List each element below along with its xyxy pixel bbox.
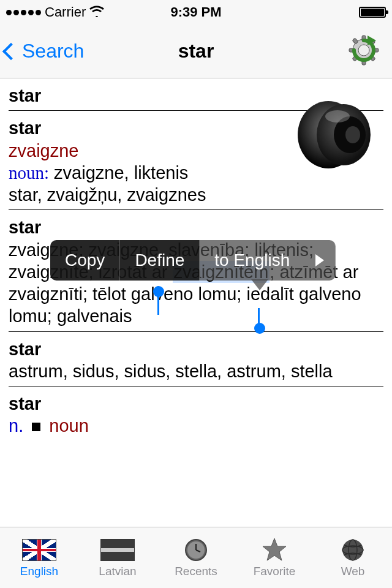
selection-handle-start[interactable] [153,286,164,297]
flag-en-icon [22,538,56,562]
chevron-left-icon [2,42,20,59]
context-to-english-button[interactable]: to English [200,240,304,281]
star-icon [257,538,292,562]
headword: star [9,338,383,360]
context-define-button[interactable]: Define [120,240,200,281]
speaker-button[interactable] [292,92,377,180]
svg-point-1 [358,45,369,56]
tab-label: Web [341,565,365,578]
tab-favorite[interactable]: Favorite [235,527,314,588]
tab-recents[interactable]: Recents [157,527,235,588]
triangle-right-icon [315,254,324,266]
tab-bar: English Latvian Recents Favorite Web [0,527,392,588]
pos-words: zvaigzne, liktenis [49,163,188,183]
selection-bar-start[interactable] [157,294,159,315]
gear-refresh-icon [345,32,382,69]
battery-icon [359,7,386,18]
tab-label: Favorite [254,565,296,578]
tab-latvian[interactable]: Latvian [78,527,157,588]
context-copy-button[interactable]: Copy [50,240,120,281]
tab-label: English [20,565,58,578]
svg-point-14 [345,126,360,143]
translation-line2: star, zvaigžņu, zvaigznes [9,184,383,206]
back-label: Search [22,40,84,62]
wifi-icon [89,4,104,21]
pos-label: noun: [9,163,49,183]
headword: star [9,216,383,238]
nav-bar: Search star [0,24,392,78]
pos-word: noun [49,416,89,435]
headword: star [9,393,383,415]
speaker-icon [292,92,377,178]
back-button[interactable]: Search [0,40,84,62]
carrier-label: Carrier [45,4,86,20]
tab-label: Recents [175,565,217,578]
context-menu: Copy Define to English [50,240,336,281]
svg-point-21 [342,540,363,560]
flag-lv-icon [100,538,135,562]
svg-marker-20 [263,538,286,560]
pos-abbrev: n. [9,416,23,435]
clock-label: 9:39 PM [170,4,221,20]
selection-handle-end[interactable] [254,323,265,334]
status-right [359,7,386,18]
square-icon [32,423,40,431]
entry-4: star astrum, sidus, sidus, stella, astru… [9,332,383,387]
tab-english[interactable]: English [0,527,78,588]
tab-label: Latvian [99,565,136,578]
context-more-button[interactable] [304,240,336,281]
page-title: star [178,40,214,62]
globe-icon [336,538,370,562]
settings-button[interactable] [345,32,382,71]
clock-icon [179,538,213,562]
svg-point-15 [325,110,350,123]
body: astrum, sidus, sidus, stella, astrum, st… [9,360,383,382]
tab-web[interactable]: Web [314,527,392,588]
status-left: Carrier [6,4,104,21]
signal-dots-icon [6,10,41,15]
status-bar: Carrier 9:39 PM [0,0,392,24]
context-menu-tail [251,279,268,290]
pos-line: n. noun [9,415,383,437]
entry-5: star n. noun [9,386,383,441]
